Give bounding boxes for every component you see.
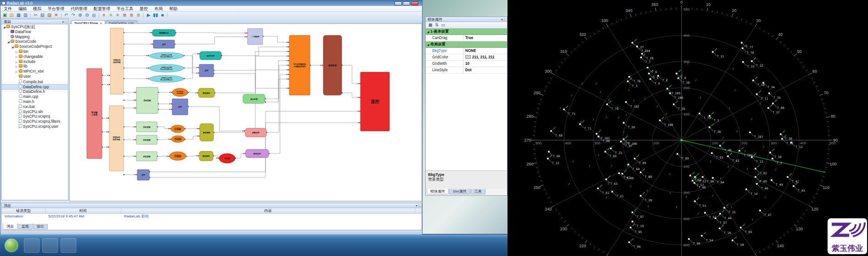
bottom-tab-2[interactable]: 输出: [33, 224, 48, 229]
panel-pin-icon[interactable]: □: [418, 204, 420, 207]
menu-item-7[interactable]: 显控: [136, 6, 151, 12]
paste-button[interactable]: ▨: [46, 12, 52, 18]
tree-collapse-icon[interactable]: ▷: [16, 60, 19, 65]
tree-item-DataDefine.cpp[interactable]: DataDefine.cpp: [2, 85, 68, 90]
property-row-LineStyle[interactable]: LineStyleDot: [426, 67, 507, 74]
property-row-CanDrag[interactable]: CanDragTrue: [426, 35, 507, 41]
open-file-button[interactable]: ▣: [2, 12, 8, 18]
open-folder-button[interactable]: ▤: [9, 12, 15, 18]
flow-node-11[interactable]: 特征提取: [198, 88, 214, 97]
flow-node-8[interactable]: 对齐: [199, 64, 214, 77]
property-value[interactable]: True: [463, 35, 507, 41]
flow-node-29[interactable]: 数据处理: [323, 35, 342, 95]
property-group-0[interactable]: ◢1-基本设置: [426, 28, 507, 35]
bottom-tab-0[interactable]: 消息: [3, 224, 17, 229]
panel-menu-icon[interactable]: ▾: [501, 18, 503, 21]
maximize-button[interactable]: [403, 1, 410, 6]
flow-node-22[interactable]: 参数对齐: [245, 128, 266, 137]
flow-node-18[interactable]: 回放管理区信号集选取: [169, 152, 186, 160]
flow-node-5[interactable]: LFM/Rect1/LFM/Rect2/LFM/Rect3: [149, 52, 184, 59]
tree-expand-icon[interactable]: ◢: [7, 40, 11, 45]
property-value[interactable]: NONE: [463, 48, 507, 54]
properties-tab-2[interactable]: 工具: [471, 189, 485, 194]
align-right-button[interactable]: ≡: [115, 12, 121, 18]
minimize-button[interactable]: [395, 1, 402, 6]
delete-button[interactable]: ✕: [53, 12, 59, 18]
align-left-button[interactable]: ≡: [101, 12, 107, 18]
menu-item-5[interactable]: 配置管理: [90, 6, 113, 12]
distribute-v-button[interactable]: ≣: [129, 12, 135, 18]
tree-item-DataFlow[interactable]: DataFlow: [2, 30, 68, 35]
flow-node-1[interactable]: 管理信号排序流程: [110, 28, 124, 94]
zoom-in-button[interactable]: ⊕: [77, 12, 83, 18]
flow-node-16[interactable]: 回放管理区信号集选取: [171, 125, 185, 133]
pause-button[interactable]: ▮▮: [152, 12, 158, 18]
menu-item-4[interactable]: 代码管理: [68, 6, 90, 12]
flow-node-26[interactable]: 波束CNR: [200, 51, 221, 60]
tree-item-user[interactable]: user: [2, 74, 68, 80]
flow-node-12[interactable]: 对齐: [172, 99, 188, 115]
flow-node-28[interactable]: SPU处理模块按计算量动态排布: [289, 35, 310, 95]
flow-node-24[interactable]: 对齐: [137, 170, 149, 180]
tree-item-include[interactable]: ▷include: [2, 60, 68, 65]
property-value[interactable]: Dot: [463, 67, 507, 73]
tree-item-MPICH_x64[interactable]: ▷MPICH_x64: [2, 69, 68, 74]
message-column-时间[interactable]: 时间: [45, 208, 121, 214]
cut-button[interactable]: ✂: [33, 12, 39, 18]
flow-node-19[interactable]: 特征提取: [200, 124, 214, 141]
run-button[interactable]: ▶: [146, 12, 152, 18]
message-column-错误类型[interactable]: 错误类型: [2, 208, 45, 214]
tree-item-main.h[interactable]: main.h: [2, 99, 68, 104]
group-expand-icon[interactable]: ◢: [426, 28, 430, 34]
flow-node-3[interactable]: 数据帧组织: [152, 29, 175, 36]
prop-page-icon[interactable]: ▭: [440, 23, 446, 27]
flow-node-15[interactable]: 序组控制: [136, 152, 157, 161]
tree-item-SysCPU.sln[interactable]: ✓SysCPU.sln: [2, 109, 68, 114]
tree-item-SourceCode[interactable]: ◢SourceCode: [2, 40, 68, 45]
tree-item-SysCPU.vcxproj[interactable]: ✓SysCPU.vcxproj: [2, 114, 68, 119]
menu-item-9[interactable]: 帮助: [166, 6, 180, 12]
property-row-GridColor[interactable]: GridColor211, 211, 211: [426, 54, 507, 61]
redo-button[interactable]: ↷: [70, 12, 76, 18]
message-row-0[interactable]: Information5/22/2018 9:45:47 AMRadarLab …: [2, 214, 422, 219]
windows-taskbar[interactable]: [0, 234, 508, 256]
flow-node-25[interactable]: 二门限检测: [248, 28, 263, 45]
property-value[interactable]: 211, 211, 211: [463, 54, 507, 60]
distribute-h-button[interactable]: ≣: [122, 12, 128, 18]
flow-node-20[interactable]: 特征提取: [199, 151, 213, 161]
tree-collapse-icon[interactable]: ▷: [16, 50, 19, 55]
tree-expand-icon[interactable]: ◢: [11, 45, 15, 50]
menu-item-3[interactable]: 平台管理: [45, 6, 68, 12]
property-group-1[interactable]: ◢布局设置: [426, 41, 507, 48]
sort-az-icon[interactable]: ⇅: [434, 23, 440, 27]
tree-item-lib[interactable]: ▷lib: [2, 64, 68, 69]
tree-collapse-icon[interactable]: ▷: [16, 69, 19, 74]
property-value[interactable]: 10: [463, 61, 507, 67]
property-row-GridWith[interactable]: GridWith10: [426, 61, 507, 67]
tree-item-bin[interactable]: ▷bin: [2, 50, 68, 55]
tree-collapse-icon[interactable]: ▷: [16, 64, 19, 69]
zoom-fit-button[interactable]: ◎: [91, 12, 97, 18]
align-center-button[interactable]: ≡: [108, 12, 114, 18]
tree-item-SysCPU.vcxproj.user[interactable]: ✓SysCPU.vcxproj.user: [2, 124, 68, 129]
group-expand-icon[interactable]: ◢: [426, 41, 430, 47]
flow-node-27[interactable]: 显示处理: [243, 94, 265, 103]
flow-node-23[interactable]: 航迹对齐: [246, 149, 269, 158]
tree-item-main.cpp[interactable]: main.cpp: [2, 94, 68, 99]
layout-auto-button[interactable]: ≣: [135, 12, 141, 18]
flow-node-13[interactable]: 序组控制: [136, 122, 157, 132]
close-button[interactable]: [411, 1, 418, 6]
menu-item-8[interactable]: 布局: [151, 6, 166, 12]
tree-item-changeable[interactable]: ▷changeable: [2, 55, 68, 60]
flow-node-2[interactable]: 管理信号排序流程: [109, 106, 124, 171]
tree-item-SysCPU[-][interactable]: ◢SysCPU[激活]: [2, 25, 68, 30]
stop-button[interactable]: ■: [159, 12, 165, 18]
taskbar-app-2[interactable]: [42, 238, 58, 253]
start-button[interactable]: [5, 239, 18, 252]
categorize-icon[interactable]: ▦: [427, 23, 434, 27]
flow-node-21[interactable]: 乱反射: [219, 154, 235, 163]
copy-button[interactable]: ▧: [39, 12, 45, 18]
menu-item-2[interactable]: 模拟: [30, 6, 45, 12]
flow-node-0[interactable]: 雷达输入信息: [87, 68, 102, 159]
tree-item-DataDefine.h[interactable]: DataDefine.h: [2, 89, 68, 94]
